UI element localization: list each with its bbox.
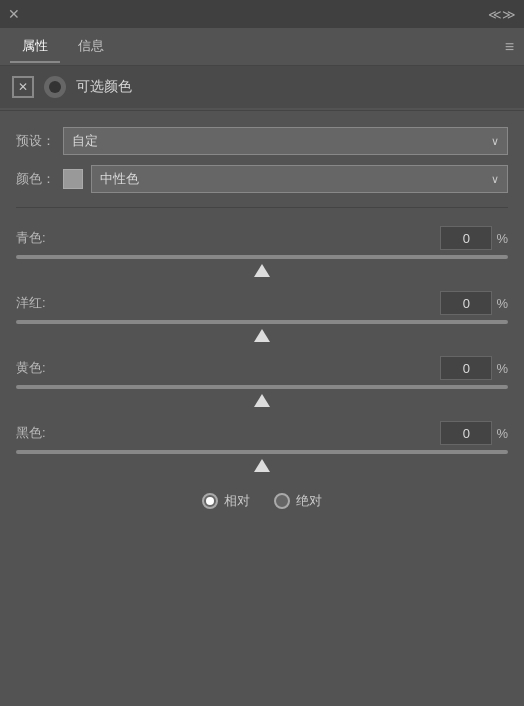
yellow-thumb[interactable] bbox=[254, 394, 270, 407]
radio-row: 相对 绝对 bbox=[16, 492, 508, 510]
black-track[interactable] bbox=[16, 450, 508, 454]
color-swatch bbox=[63, 169, 83, 189]
radio-absolute-outer bbox=[274, 493, 290, 509]
cyan-top-row: 青色: % bbox=[16, 226, 508, 250]
cyan-track-container bbox=[16, 254, 508, 260]
magenta-thumb[interactable] bbox=[254, 329, 270, 342]
black-thumb-container bbox=[16, 459, 508, 472]
black-track-container bbox=[16, 449, 508, 455]
black-percent: % bbox=[496, 426, 508, 441]
main-panel: ✕ ≪≫ 属性 信息 ≡ ✕ 可选颜色 预设： 自定 ∨ bbox=[0, 0, 524, 706]
magenta-label: 洋红: bbox=[16, 294, 46, 312]
preset-dropdown-arrow: ∨ bbox=[491, 135, 499, 148]
menu-icon[interactable]: ≡ bbox=[505, 38, 514, 56]
color-row: 颜色： 中性色 ∨ bbox=[16, 165, 508, 193]
radio-relative-inner bbox=[206, 497, 214, 505]
cyan-thumb[interactable] bbox=[254, 264, 270, 277]
panel-icon-x: ✕ bbox=[12, 76, 34, 98]
magenta-track-container bbox=[16, 319, 508, 325]
cyan-input[interactable] bbox=[440, 226, 492, 250]
magenta-right: % bbox=[440, 291, 508, 315]
preset-label: 预设： bbox=[16, 132, 55, 150]
yellow-top-row: 黄色: % bbox=[16, 356, 508, 380]
radio-absolute[interactable]: 绝对 bbox=[274, 492, 322, 510]
yellow-track-container bbox=[16, 384, 508, 390]
black-thumb[interactable] bbox=[254, 459, 270, 472]
cyan-label: 青色: bbox=[16, 229, 46, 247]
preset-row: 预设： 自定 ∨ bbox=[16, 127, 508, 155]
color-value: 中性色 bbox=[100, 170, 139, 188]
yellow-thumb-container bbox=[16, 394, 508, 407]
close-icon[interactable]: ✕ bbox=[8, 6, 20, 22]
black-input[interactable] bbox=[440, 421, 492, 445]
cyan-right: % bbox=[440, 226, 508, 250]
black-label: 黑色: bbox=[16, 424, 46, 442]
circle-fill-icon bbox=[48, 80, 62, 94]
black-right: % bbox=[440, 421, 508, 445]
radio-relative-label: 相对 bbox=[224, 492, 250, 510]
yellow-label: 黄色: bbox=[16, 359, 46, 377]
color-dropdown-arrow: ∨ bbox=[491, 173, 499, 186]
preset-value: 自定 bbox=[72, 132, 98, 150]
yellow-input[interactable] bbox=[440, 356, 492, 380]
black-top-row: 黑色: % bbox=[16, 421, 508, 445]
color-label: 颜色： bbox=[16, 170, 55, 188]
tab-properties[interactable]: 属性 bbox=[10, 31, 60, 63]
yellow-section: 黄色: % bbox=[16, 356, 508, 407]
magenta-track[interactable] bbox=[16, 320, 508, 324]
panel-header: ✕ 可选颜色 bbox=[0, 66, 524, 108]
preset-dropdown[interactable]: 自定 ∨ bbox=[63, 127, 508, 155]
yellow-right: % bbox=[440, 356, 508, 380]
yellow-track[interactable] bbox=[16, 385, 508, 389]
radio-relative[interactable]: 相对 bbox=[202, 492, 250, 510]
magenta-input[interactable] bbox=[440, 291, 492, 315]
black-section: 黑色: % bbox=[16, 421, 508, 472]
magenta-thumb-container bbox=[16, 329, 508, 342]
double-arrow-icon[interactable]: ≪≫ bbox=[488, 7, 516, 22]
tabs-left: 属性 信息 bbox=[10, 31, 116, 63]
magenta-percent: % bbox=[496, 296, 508, 311]
top-bar: ✕ ≪≫ bbox=[0, 0, 524, 28]
tab-info[interactable]: 信息 bbox=[66, 31, 116, 63]
magenta-section: 洋红: % bbox=[16, 291, 508, 342]
cyan-section: 青色: % bbox=[16, 226, 508, 277]
tabs-bar: 属性 信息 ≡ bbox=[0, 28, 524, 66]
cyan-thumb-container bbox=[16, 264, 508, 277]
yellow-percent: % bbox=[496, 361, 508, 376]
cyan-track[interactable] bbox=[16, 255, 508, 259]
panel-title: 可选颜色 bbox=[76, 78, 132, 96]
svg-point-0 bbox=[49, 81, 61, 93]
panel-icon-circle bbox=[44, 76, 66, 98]
cyan-percent: % bbox=[496, 231, 508, 246]
radio-relative-outer bbox=[202, 493, 218, 509]
magenta-top-row: 洋红: % bbox=[16, 291, 508, 315]
x-icon: ✕ bbox=[18, 80, 28, 94]
content-area: 预设： 自定 ∨ 颜色： 中性色 ∨ 青色: % bbox=[0, 113, 524, 524]
color-dropdown[interactable]: 中性色 ∨ bbox=[91, 165, 508, 193]
radio-absolute-label: 绝对 bbox=[296, 492, 322, 510]
